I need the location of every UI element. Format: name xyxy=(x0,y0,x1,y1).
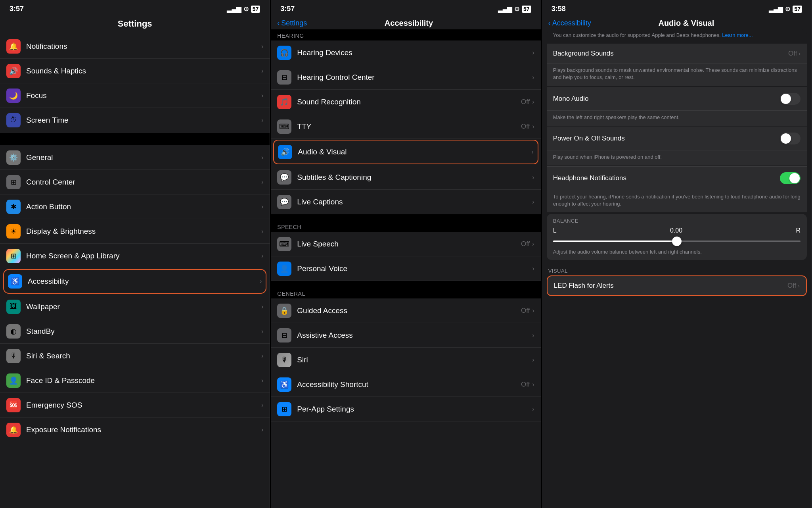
siri2-icon: 🎙 xyxy=(277,353,291,367)
signal-icon-3: ▂▄▆ xyxy=(769,5,783,13)
time-1: 3:57 xyxy=(10,5,24,13)
assistiveaccess-icon: ⊟ xyxy=(277,328,291,343)
background-sounds-item[interactable]: Background Sounds Off › xyxy=(547,44,807,64)
subtitles-item[interactable]: 💬 Subtitles & Captioning › xyxy=(271,165,540,190)
standby-label: StandBy xyxy=(26,327,261,336)
poweronoff-toggle[interactable] xyxy=(780,133,801,144)
personalvoice-icon: 👤 xyxy=(277,262,291,276)
settings-item-focus[interactable]: 🌙 Focus › xyxy=(0,83,270,108)
actionbutton-label: Action Button xyxy=(26,202,261,211)
balance-slider[interactable] xyxy=(553,237,801,245)
notifications-label: Notifications xyxy=(26,42,261,51)
back-label-2: Settings xyxy=(281,19,307,27)
siri2-item[interactable]: 🎙 Siri › xyxy=(271,348,540,372)
section-gap-3 xyxy=(271,281,540,287)
exposure-label: Exposure Notifications xyxy=(26,425,261,434)
homescreen-icon: ⊞ xyxy=(6,249,21,263)
panel1-title: Settings xyxy=(0,15,270,34)
assistiveaccess-chevron: › xyxy=(532,332,534,339)
settings-group-1: 🔔 Notifications › 🔊 Sounds & Haptics › 🌙… xyxy=(0,34,270,133)
settings-item-displaybrightness[interactable]: ☀ Display & Brightness › xyxy=(0,219,270,244)
background-sounds-desc: Plays background sounds to mask unwanted… xyxy=(547,64,807,86)
livespeech-item[interactable]: ⌨ Live Speech Off › xyxy=(271,232,540,256)
settings-item-screentime[interactable]: ⏱ Screen Time › xyxy=(0,108,270,133)
hearing-controlcenter-label: Hearing Control Center xyxy=(297,73,532,82)
faceid-chevron: › xyxy=(261,377,263,384)
livespeech-icon: ⌨ xyxy=(277,237,291,251)
av-top-desc-text: You can customize the audio for supporte… xyxy=(553,32,721,38)
guidedaccess-item[interactable]: 🔒 Guided Access Off › xyxy=(271,298,540,323)
settings-item-standby[interactable]: ◐ StandBy › xyxy=(0,319,270,344)
background-sounds-value: Off xyxy=(788,50,797,58)
background-sounds-label: Background Sounds xyxy=(553,50,788,58)
section-gap-1 xyxy=(0,133,270,145)
poweronoff-item[interactable]: Power On & Off Sounds xyxy=(547,127,807,150)
av-content: You can customize the audio for supporte… xyxy=(542,29,812,508)
wifi-icon-3: ⊙ xyxy=(785,5,790,13)
settings-item-notifications[interactable]: 🔔 Notifications › xyxy=(0,34,270,59)
settings-item-actionbutton[interactable]: ✱ Action Button › xyxy=(0,194,270,219)
settings-item-sounds[interactable]: 🔊 Sounds & Haptics › xyxy=(0,59,270,83)
guidedaccess-value: Off xyxy=(521,307,530,315)
hearing-controlcenter-icon: ⊟ xyxy=(277,70,291,85)
settings-item-homescreen[interactable]: ⊞ Home Screen & App Library › xyxy=(0,244,270,268)
signal-icon-2: ▂▄▆ xyxy=(498,5,512,13)
homescreen-chevron: › xyxy=(261,252,263,260)
sound-recognition-value: Off xyxy=(521,98,530,106)
sounds-icon: 🔊 xyxy=(6,64,21,78)
headphone-item[interactable]: Headphone Notifications xyxy=(547,167,807,190)
balance-value: 0.00 xyxy=(560,227,793,234)
settings-item-accessibility[interactable]: ♿ Accessibility › xyxy=(3,269,266,294)
settings-item-exposure[interactable]: 🔔 Exposure Notifications › xyxy=(0,418,270,442)
status-icons-1: ▂▄▆ ⊙ 57 xyxy=(227,5,260,13)
perappsettings-item[interactable]: ⊞ Per-App Settings › xyxy=(271,397,540,421)
tty-value: Off xyxy=(521,123,530,131)
assistiveaccess-item[interactable]: ⊟ Assistive Access › xyxy=(271,323,540,348)
accessibility-list: HEARING 🎧 Hearing Devices › ⊟ Hearing Co… xyxy=(271,29,540,508)
mono-audio-container: Mono Audio Make the left and right speak… xyxy=(547,87,807,126)
settings-item-emergencysos[interactable]: 🆘 Emergency SOS › xyxy=(0,393,270,418)
hearing-devices-item[interactable]: 🎧 Hearing Devices › xyxy=(271,40,540,65)
headphone-toggle[interactable] xyxy=(780,172,801,184)
speech-group: ⌨ Live Speech Off › 👤 Personal Voice › xyxy=(271,232,540,281)
sound-recognition-item[interactable]: 🎵 Sound Recognition Off › xyxy=(271,90,540,114)
guidedaccess-chevron: › xyxy=(532,307,534,314)
back-chevron-3: ‹ xyxy=(548,19,551,27)
hearing-devices-label: Hearing Devices xyxy=(297,48,532,57)
settings-item-controlcenter[interactable]: ⊞ Control Center › xyxy=(0,170,270,194)
led-flash-value: Off xyxy=(787,282,796,290)
settings-item-faceid[interactable]: 👤 Face ID & Passcode › xyxy=(0,368,270,393)
actionbutton-icon: ✱ xyxy=(6,200,21,214)
mono-audio-item[interactable]: Mono Audio xyxy=(547,87,807,111)
siri-label: Siri & Search xyxy=(26,352,261,360)
general-icon: ⚙️ xyxy=(6,150,21,165)
livecaptions-label: Live Captions xyxy=(297,198,532,206)
subtitles-chevron: › xyxy=(532,174,534,181)
emergencysos-chevron: › xyxy=(261,402,263,409)
visual-section-label: VISUAL xyxy=(542,265,812,275)
background-sounds-container: Background Sounds Off › Plays background… xyxy=(547,44,807,86)
balance-row: L 0.00 R xyxy=(553,227,801,234)
back-button-2[interactable]: ‹ Settings xyxy=(277,19,307,27)
settings-item-wallpaper[interactable]: 🖼 Wallpaper › xyxy=(0,294,270,319)
tty-item[interactable]: ⌨ TTY Off › xyxy=(271,114,540,139)
panel-accessibility: 3:57 ▂▄▆ ⊙ 57 ‹ Settings Accessibility H… xyxy=(271,0,541,508)
balance-fill xyxy=(553,241,677,242)
led-flash-item[interactable]: LED Flash for Alerts Off › xyxy=(547,275,807,296)
accessibilityshortcut-item[interactable]: ♿ Accessibility Shortcut Off › xyxy=(271,372,540,397)
headphone-label: Headphone Notifications xyxy=(553,174,780,182)
audiovisual-item[interactable]: 🔊 Audio & Visual › xyxy=(273,140,538,164)
personalvoice-label: Personal Voice xyxy=(297,264,532,273)
livecaptions-item[interactable]: 💬 Live Captions › xyxy=(271,190,540,214)
personalvoice-item[interactable]: 👤 Personal Voice › xyxy=(271,256,540,281)
mono-audio-toggle[interactable] xyxy=(780,93,801,105)
panel-audiovisual: 3:58 ▂▄▆ ⊙ 57 ‹ Accessibility Audio & Vi… xyxy=(542,0,812,508)
back-button-3[interactable]: ‹ Accessibility xyxy=(548,19,591,27)
hearing-controlcenter-item[interactable]: ⊟ Hearing Control Center › xyxy=(271,65,540,90)
guidedaccess-label: Guided Access xyxy=(297,306,521,315)
av-learn-more[interactable]: Learn more... xyxy=(722,32,753,38)
settings-item-general[interactable]: ⚙️ General › xyxy=(0,145,270,170)
settings-item-siri[interactable]: 🎙 Siri & Search › xyxy=(0,344,270,368)
tty-label: TTY xyxy=(297,122,521,131)
subtitles-label: Subtitles & Captioning xyxy=(297,173,532,182)
